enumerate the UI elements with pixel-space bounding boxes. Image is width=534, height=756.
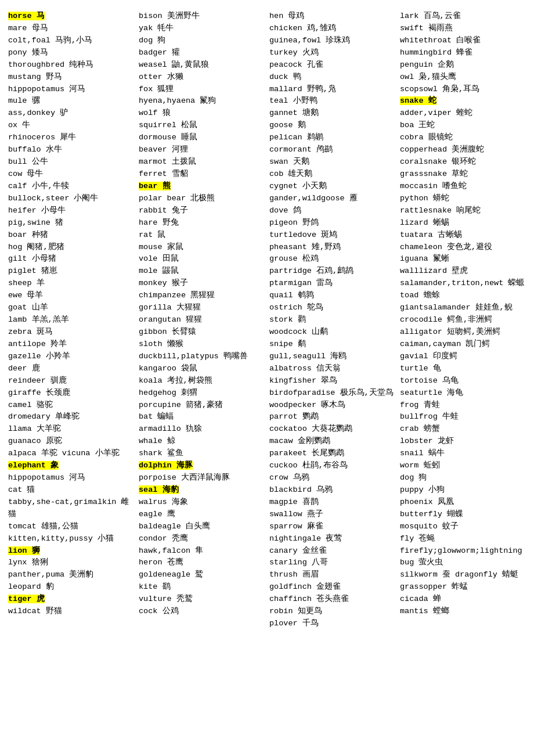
list-item: buffalo 水牛 <box>8 144 134 156</box>
list-item: dolphin 海豚 <box>139 460 265 472</box>
list-item: swift 褐雨燕 <box>400 23 526 35</box>
list-item: ox 牛 <box>8 120 134 132</box>
list-item: hedgehog 刺猬 <box>139 387 265 399</box>
list-item: cob 雄天鹅 <box>269 168 395 181</box>
list-item: woodpecker 啄木鸟 <box>269 399 395 412</box>
list-item: hawk,falcon 隼 <box>139 545 265 557</box>
list-item: quail 鹌鹑 <box>269 290 395 302</box>
list-item: sheep 羊 <box>8 278 134 290</box>
list-item: gibbon 长臂猿 <box>139 326 265 339</box>
list-item: nightingale 夜莺 <box>269 533 395 545</box>
list-item: worm 蚯蚓 <box>400 460 526 472</box>
list-item: gilt 小母猪 <box>8 253 134 265</box>
list-item: swallow 燕子 <box>269 509 395 521</box>
list-item: tiger 虎 <box>8 593 134 606</box>
list-item: snail 蜗牛 <box>400 448 526 460</box>
list-item: beaver 河狸 <box>139 144 265 156</box>
list-item: bullfrog 牛蛙 <box>400 411 526 423</box>
list-item: rat 鼠 <box>139 229 265 242</box>
list-item: chimpanzee 黑猩猩 <box>139 290 265 302</box>
column-3: hen 母鸡chicken 鸡,雏鸡guinea,fowl 珍珠鸡turkey … <box>269 10 395 630</box>
list-item: monkey 猴子 <box>139 278 265 290</box>
list-item: silkworm 蚕 dragonfly 蜻蜓 grassopper 蚱蜢 <box>400 569 526 593</box>
list-item: bison 美洲野牛 <box>139 10 265 23</box>
list-item: antilope 羚羊 <box>8 339 134 351</box>
list-item: turtledove 斑鸠 <box>269 229 395 242</box>
list-item: goldeneagle 鹫 <box>139 569 265 581</box>
list-item: moccasin 嗜鱼蛇 <box>400 181 526 193</box>
list-item: heifer 小母牛 <box>8 205 134 217</box>
list-item: mole 鼹鼠 <box>139 265 265 278</box>
list-item: teal 小野鸭 <box>269 95 395 107</box>
list-item: robin 知更鸟 <box>269 606 395 618</box>
list-item: walrus 海象 <box>139 496 265 509</box>
list-item: pony 矮马 <box>8 47 134 59</box>
list-item: boar 种猪 <box>8 229 134 242</box>
list-item: orangutan 猩猩 <box>139 314 265 326</box>
list-item: scopsowl 角枭,耳鸟 <box>400 84 526 96</box>
list-item: vole 田鼠 <box>139 253 265 265</box>
list-item: mare 母马 <box>8 23 134 35</box>
list-item: cockatoo 大葵花鹦鹉 <box>269 423 395 435</box>
list-item: gazelle 小羚羊 <box>8 351 134 363</box>
list-item: vulture 秃鹫 <box>139 593 265 606</box>
list-item: mustang 野马 <box>8 71 134 84</box>
list-item: macaw 金刚鹦鹉 <box>269 435 395 448</box>
list-item: salamander,triton,newt 蝾螈 <box>400 278 526 290</box>
list-item: crow 乌鸦 <box>269 472 395 484</box>
list-item: puppy 小狗 <box>400 484 526 496</box>
list-item: tuatara 古蜥蜴 <box>400 229 526 242</box>
list-item: pelican 鹈鹕 <box>269 132 395 144</box>
column-2: bison 美洲野牛yak 牦牛dog 狗badger 獾weasel 鼬,黄鼠… <box>139 10 265 630</box>
list-item: seal 海豹 <box>139 484 265 496</box>
list-item: elephant 象 <box>8 460 134 472</box>
list-item: lark 百鸟,云雀 <box>400 10 526 23</box>
list-item: condor 秃鹰 <box>139 533 265 545</box>
list-item: partridge 石鸡,鹧鸪 <box>269 265 395 278</box>
list-item: cow 母牛 <box>8 168 134 181</box>
list-item: gavial 印度鳄 <box>400 351 526 363</box>
list-item: hare 野兔 <box>139 217 265 229</box>
list-item: calf 小牛,牛犊 <box>8 181 134 193</box>
list-item: coralsnake 银环蛇 <box>400 156 526 168</box>
highlighted-word: snake 蛇 <box>400 96 436 105</box>
list-item: baldeagle 白头鹰 <box>139 521 265 533</box>
list-item: cat 猫 <box>8 484 134 496</box>
list-item: parrot 鹦鹉 <box>269 411 395 423</box>
list-item: magpie 喜鹊 <box>269 496 395 509</box>
list-item: reindeer 驯鹿 <box>8 375 134 387</box>
word-list: horse 马mare 母马colt,foal 马驹,小马pony 矮马thor… <box>8 10 526 630</box>
list-item: tortoise 乌龟 <box>400 375 526 387</box>
list-item: cormorant 鸬鹚 <box>269 144 395 156</box>
list-item: weasel 鼬,黄鼠狼 <box>139 59 265 71</box>
list-item: tomcat 雄猫,公猫 <box>8 521 134 533</box>
list-item: blackbird 乌鸦 <box>269 484 395 496</box>
list-item: grasssnake 草蛇 <box>400 168 526 181</box>
list-item: otter 水獭 <box>139 71 265 84</box>
list-item: ferret 雪貂 <box>139 168 265 181</box>
list-item: pheasant 雉,野鸡 <box>269 242 395 254</box>
list-item: firefly;glowworm;lightning bug 萤火虫 <box>400 545 526 570</box>
list-item: starling 八哥 <box>269 557 395 569</box>
list-item: crab 螃蟹 <box>400 423 526 435</box>
highlighted-word: tiger 虎 <box>8 595 45 603</box>
list-item: cygnet 小天鹅 <box>269 181 395 193</box>
list-item: thoroughbred 纯种马 <box>8 59 134 71</box>
list-item: gannet 塘鹅 <box>269 107 395 120</box>
list-item: caiman,cayman 凯门鳄 <box>400 339 526 351</box>
list-item: goose 鹅 <box>269 120 395 132</box>
list-item: colt,foal 马驹,小马 <box>8 35 134 47</box>
list-item: panther,puma 美洲豹 <box>8 569 134 581</box>
list-item: guinea,fowl 珍珠鸡 <box>269 35 395 47</box>
list-item: bat 蝙蝠 <box>139 411 265 423</box>
list-item: goat 山羊 <box>8 302 134 314</box>
list-item: kangaroo 袋鼠 <box>139 363 265 375</box>
list-item: heron 苍鹰 <box>139 557 265 569</box>
list-item: chameleon 变色龙,避役 <box>400 242 526 254</box>
list-item: frog 青蛙 <box>400 399 526 412</box>
list-item: leopard 豹 <box>8 581 134 593</box>
list-item: snipe 鹬 <box>269 339 395 351</box>
list-item: ostrich 鸵鸟 <box>269 302 395 314</box>
list-item: python 蟒蛇 <box>400 193 526 205</box>
list-item: wildcat 野猫 <box>8 606 134 618</box>
